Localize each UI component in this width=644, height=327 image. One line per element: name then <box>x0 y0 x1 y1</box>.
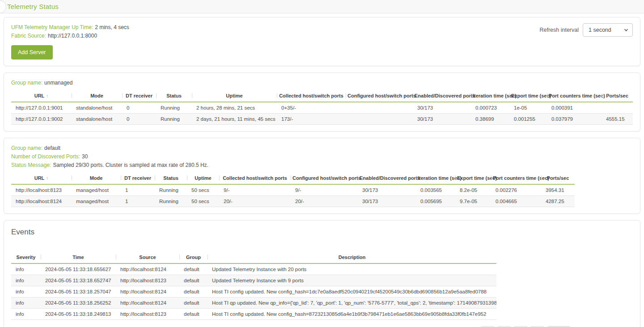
table-cell: 20/- <box>291 196 358 207</box>
table-cell: 30/173 <box>413 102 471 114</box>
table-cell: managed/host <box>72 196 121 207</box>
add-server-button[interactable]: Add Server <box>11 45 53 59</box>
table-cell: http://localhost:8124 <box>116 286 179 297</box>
table-cell: 30/173 <box>358 196 416 207</box>
table-header-row: SeverityTimeSourceGroupDescription <box>11 253 496 263</box>
column-header: DT receiver <box>121 174 155 184</box>
table-row: http://localhost:8123managed/host1Runnin… <box>11 184 575 196</box>
table-cell: 2024-05-05 11:33:18.249813 <box>41 309 116 320</box>
column-header: Export time (sec) <box>455 174 491 184</box>
table-row: info2024-05-05 11:33:18.257047http://loc… <box>11 286 496 297</box>
column-header: Collected host/switch ports <box>277 91 346 102</box>
table-cell: http://localhost:8123 <box>116 309 179 320</box>
server-table-default: URL↑ModeDT receiverStatusUptimeCollected… <box>11 174 575 207</box>
table-cell: 30/173 <box>413 114 471 125</box>
table-cell: Host TI config updated. New config_hash=… <box>208 309 496 320</box>
table-cell: default <box>179 275 208 286</box>
table-cell: 0.000723 <box>471 102 509 114</box>
column-header: DT receiver <box>122 91 156 102</box>
table-cell: info <box>11 263 41 275</box>
column-header: Uptime <box>192 91 277 102</box>
table-cell: standalone/host <box>72 102 122 114</box>
table-cell: info <box>11 286 41 297</box>
table-cell: 0.001255 <box>509 114 547 125</box>
uptime-value: 2 mins, 4 secs <box>95 24 129 30</box>
table-cell: 1 <box>121 196 155 207</box>
table-cell: 1e-05 <box>509 102 547 114</box>
group-card-default: Group name:default Number of Discovered … <box>4 138 640 214</box>
group-name-value: unmanaged <box>44 80 72 86</box>
column-header: Severity <box>11 253 41 263</box>
table-cell: default <box>179 297 208 309</box>
table-header-row: URL↑ModeDT receiverStatusUptimeCollected… <box>11 174 575 184</box>
table-cell: http://127.0.0.1:9001 <box>11 102 72 114</box>
column-header: Status <box>156 91 192 102</box>
table-header-row: URL↑ModeDT receiverStatusUptimeCollected… <box>11 91 633 102</box>
page-header: Telemetry Status <box>0 0 644 13</box>
status-message-label: Status Message: <box>11 162 51 168</box>
table-cell: 0.004665 <box>491 196 541 207</box>
column-header: Export time (sec) <box>509 91 547 102</box>
column-header: Port counters time (sec) <box>491 174 541 184</box>
table-cell: http://localhost:8124 <box>11 196 72 207</box>
uptime-label: UFM Telemetry Manager Up Time: <box>11 24 93 30</box>
group-name-value: default <box>44 145 60 151</box>
table-cell: 4555.15 <box>602 114 633 125</box>
table-cell: 20/- <box>219 196 291 207</box>
column-header: Ports/sec <box>602 91 633 102</box>
table-cell: http://localhost:8124 <box>116 297 179 309</box>
refresh-interval-select[interactable]: 1 second <box>583 23 633 37</box>
column-header: Enabled/Discovered ports <box>413 91 471 102</box>
telemetry-info-card: UFM Telemetry Manager Up Time:2 mins, 4 … <box>4 17 640 66</box>
collapsed-nav-circle[interactable] <box>0 0 6 13</box>
table-cell <box>346 114 413 125</box>
column-header: Description <box>208 253 496 263</box>
table-row: http://127.0.0.1:9001standalone/host0Run… <box>11 102 633 114</box>
table-cell: 2024-05-05 11:33:18.652747 <box>41 275 116 286</box>
table-row: info2024-05-05 11:33:18.256252http://loc… <box>11 297 496 309</box>
table-row: http://localhost:8124managed/host1Runnin… <box>11 196 575 207</box>
table-cell: 2024-05-05 11:33:18.256252 <box>41 297 116 309</box>
column-header: Mode <box>72 91 122 102</box>
fabric-source-label: Fabric Source: <box>11 33 46 39</box>
table-row: http://127.0.0.1:9002standalone/host0Run… <box>11 114 633 125</box>
table-cell: Host TI qp updated. New qp_info={'qp_lid… <box>208 297 496 309</box>
column-header[interactable]: URL↑ <box>11 91 72 102</box>
table-cell: 9/- <box>219 184 291 196</box>
table-cell: 4287.25 <box>541 196 575 207</box>
table-cell: 0 <box>122 102 156 114</box>
group-name-line: Group name:default <box>11 144 633 153</box>
table-cell <box>346 102 413 114</box>
refresh-interval-label: Refresh interval <box>539 27 579 33</box>
column-header: Status <box>155 174 187 184</box>
table-cell: 0.003565 <box>416 184 455 196</box>
column-header: Collected host/switch ports <box>219 174 291 184</box>
table-cell: Running <box>156 102 192 114</box>
column-header: Iteration time (sec) <box>416 174 455 184</box>
table-cell: 0.037979 <box>547 114 602 125</box>
table-cell: info <box>11 297 41 309</box>
table-cell: default <box>179 309 208 320</box>
column-header: Uptime <box>187 174 219 184</box>
group-card-unmanaged: Group name:unmanaged URL↑ModeDT receiver… <box>4 72 640 132</box>
column-header: Source <box>116 253 179 263</box>
table-cell: 3954.31 <box>541 184 575 196</box>
page-title: Telemetry Status <box>7 3 59 10</box>
refresh-interval-group: Refresh interval 1 second <box>539 23 633 37</box>
column-header: Configured host/switch ports <box>291 174 358 184</box>
column-header: Enabled/Discovered ports <box>358 174 416 184</box>
table-cell: info <box>11 275 41 286</box>
status-message-value: Sampled 29/30 ports. Cluster is sampled … <box>53 162 208 168</box>
column-header[interactable]: URL↑ <box>11 174 72 184</box>
table-row: info2024-05-05 11:33:18.249813http://loc… <box>11 309 496 320</box>
column-header: Group <box>179 253 208 263</box>
table-cell: http://127.0.0.1:9002 <box>11 114 72 125</box>
table-cell: Running <box>155 196 187 207</box>
table-cell: http://localhost:8123 <box>11 184 72 196</box>
table-cell: default <box>179 286 208 297</box>
table-cell: default <box>179 263 208 275</box>
table-cell: 0.38699 <box>471 114 509 125</box>
table-cell: http://localhost:8123 <box>116 275 179 286</box>
discovered-ports-line: Number of Discovered Ports:30 <box>11 153 633 161</box>
table-cell: 0.002276 <box>491 184 541 196</box>
